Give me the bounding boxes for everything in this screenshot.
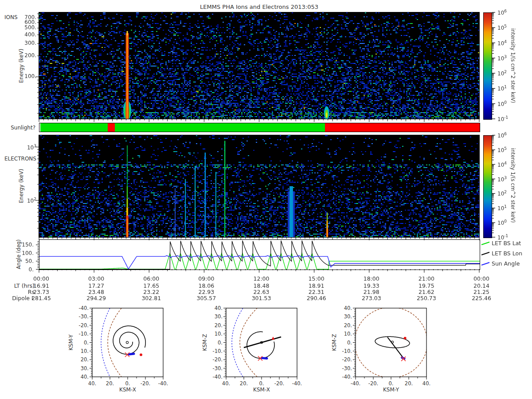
svg-text:40.: 40. — [88, 380, 96, 387]
svg-text:0.: 0. — [218, 340, 223, 346]
sunlight-segment — [325, 123, 480, 132]
sunlight-segment — [40, 123, 108, 132]
svg-text:20.: 20. — [215, 322, 223, 329]
table-value: 21.98 — [357, 289, 386, 295]
legend-line-black — [481, 251, 490, 256]
ions-colorbar-label: intensity 1/(s cm^2 ster keV) — [510, 12, 516, 119]
svg-text:-40.: -40. — [292, 380, 302, 387]
orbit2-x-axis-label: KSM-X — [247, 387, 276, 393]
angle-chart — [39, 240, 480, 270]
ions-time-ticks — [39, 119, 479, 123]
table-value: 305.57 — [192, 295, 220, 301]
table-value: 18.91 — [302, 282, 331, 289]
table-value: 225.46 — [467, 295, 496, 301]
svg-text:-20.: -20. — [79, 322, 89, 329]
svg-text:-40.: -40. — [213, 374, 223, 380]
legend-label: LET BS Lon — [492, 250, 522, 257]
table-value: 22.93 — [192, 289, 220, 295]
sunlight-segment — [108, 123, 115, 132]
svg-text:-20.: -20. — [368, 380, 378, 387]
time-tick-label: 21:00 — [412, 275, 441, 282]
svg-text:20.: 20. — [344, 322, 352, 329]
electrons-colorbar-label: intensity 1/(s cm^2 ster keV) — [510, 134, 516, 236]
table-value: 23.22 — [137, 289, 165, 295]
row-values-dipole-l: 281.45294.29302.81305.57301.53290.46273.… — [0, 295, 532, 301]
table-value: 18.48 — [247, 282, 276, 289]
table-value: 22.31 — [302, 289, 331, 295]
sunlight-bar — [39, 123, 480, 132]
svg-text:-20.: -20. — [141, 380, 150, 387]
table-value: 21.25 — [467, 289, 496, 295]
row-values-rs: 23.7323.4823.2222.9322.6322.3121.9821.62… — [0, 289, 532, 295]
angle-y-axis-ticks — [35, 239, 39, 270]
orbit3-x-axis-label: KSM-Y — [377, 387, 405, 393]
table-value: 281.45 — [27, 295, 55, 301]
svg-text:30.: 30. — [215, 313, 223, 320]
legend-line-blue — [481, 261, 490, 266]
electrons-y-axis-label: Energy (keV) — [18, 155, 25, 217]
time-tick-label: 09:00 — [192, 275, 220, 282]
legend-item-let-bs-lat: LET BS Lat — [481, 240, 521, 246]
svg-text:-10.: -10. — [213, 348, 223, 354]
svg-text:20.: 20. — [405, 380, 413, 387]
svg-text:40.: 40. — [344, 305, 352, 311]
table-value: 294.29 — [82, 295, 110, 301]
table-value: 19.75 — [412, 282, 441, 289]
svg-text:-10.: -10. — [79, 331, 89, 337]
sunlight-segment — [115, 123, 325, 132]
svg-text:40.: 40. — [81, 374, 89, 380]
svg-text:30.: 30. — [81, 365, 89, 372]
ions-colorbar-ticks — [492, 12, 497, 120]
orbit-plot-ksmz-vs-ksmx: 40.30.20.10.0.-10.-20.-30.-40.40.20.0.-2… — [199, 304, 309, 387]
svg-text:10.: 10. — [81, 348, 89, 354]
table-value: 301.53 — [247, 295, 276, 301]
table-value: 18.06 — [192, 282, 220, 289]
svg-text:-20.: -20. — [213, 356, 223, 363]
orbit-plot-ksmz-vs-ksmy: 40.30.20.10.0.-10.-20.-30.-40.-40.-20.0.… — [328, 304, 439, 387]
time-axis-labels: 00:0003:0006:0009:0012:0015:0018:0021:00… — [0, 275, 532, 282]
orbit-plot-ksmy-vs-ksmx: -40.-30.-20.-10.0.10.20.30.40.40.20.0.-2… — [65, 304, 176, 387]
table-value: 273.03 — [357, 295, 386, 301]
electrons-spectrogram — [39, 135, 479, 237]
legend-item-let-bs-lon: LET BS Lon — [481, 250, 522, 257]
svg-text:40.: 40. — [215, 305, 223, 311]
table-value: 19.33 — [357, 282, 386, 289]
angle-time-ticks — [39, 269, 479, 274]
page-title: LEMMS PHA Ions and Electrons 2013:053 — [39, 4, 479, 10]
svg-text:-30.: -30. — [79, 313, 89, 320]
ions-spectrogram — [39, 12, 479, 119]
svg-text:0.: 0. — [125, 380, 130, 387]
legend-label: LET BS Lat — [492, 240, 521, 246]
row-values-lt: 16.9117.2717.6518.0618.4818.9119.3319.75… — [0, 282, 532, 289]
svg-text:10.: 10. — [215, 331, 223, 337]
table-value: 22.63 — [247, 289, 276, 295]
ions-colorbar — [483, 12, 492, 120]
table-value: 17.27 — [82, 282, 110, 289]
svg-text:-30.: -30. — [213, 365, 223, 372]
svg-text:40.: 40. — [222, 380, 230, 387]
time-tick-label: 06:00 — [137, 275, 165, 282]
legend-item-sun-angle: Sun Angle — [481, 260, 520, 267]
table-value: 16.91 — [27, 282, 55, 289]
legend-line-green — [481, 241, 490, 246]
svg-text:-40.: -40. — [351, 380, 360, 387]
time-tick-label: 00:00 — [27, 275, 55, 282]
table-value: 20.14 — [467, 282, 496, 289]
svg-text:-40.: -40. — [342, 374, 352, 380]
table-value: 250.73 — [412, 295, 441, 301]
electrons-colorbar-ticks — [492, 135, 497, 238]
table-value: 23.73 — [27, 289, 55, 295]
electrons-colorbar — [483, 135, 492, 238]
svg-text:-10.: -10. — [342, 348, 352, 354]
time-tick-label: 00:00 — [467, 275, 496, 282]
svg-text:-40.: -40. — [158, 380, 168, 387]
svg-text:-30.: -30. — [342, 365, 352, 372]
svg-text:0.: 0. — [84, 340, 89, 346]
svg-text:0.: 0. — [347, 340, 352, 346]
lemms-daily-summary-plot: LEMMS PHA Ions and Electrons 2013:053 IO… — [0, 0, 532, 399]
table-value: 23.48 — [82, 289, 110, 295]
time-tick-label: 15:00 — [302, 275, 331, 282]
svg-text:-20.: -20. — [274, 380, 284, 387]
svg-text:20.: 20. — [81, 356, 89, 363]
svg-text:10.: 10. — [344, 331, 352, 337]
